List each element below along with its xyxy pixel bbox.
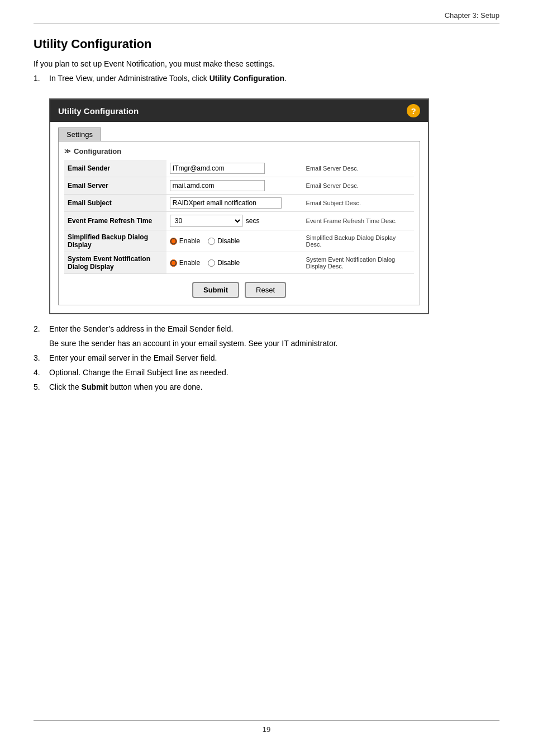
field-desc-email-subject: Email Subject Desc. — [303, 195, 414, 212]
step-5-num: 5. — [34, 382, 49, 391]
config-header: ≫ Configuration — [64, 147, 414, 155]
email-subject-input[interactable] — [170, 197, 282, 209]
table-row: Simplified Backup Dialog Display Enable — [64, 230, 414, 252]
step-5-text: Click the Submit button when you are don… — [49, 382, 499, 391]
step-2-sub: Be sure the sender has an account in you… — [49, 339, 499, 348]
page-footer: 19 — [34, 720, 499, 734]
system-event-enable-radio-label[interactable]: Enable — [170, 259, 200, 267]
chapter-label: Chapter 3: Setup — [445, 11, 499, 20]
step-3: 3. Enter your email server in the Email … — [34, 353, 499, 362]
table-row: Event Frame Refresh Time 30 60 120 s — [64, 212, 414, 230]
page-title: Utility Configuration — [34, 37, 499, 51]
step-5-bold: Submit — [82, 382, 108, 391]
system-event-enable-radio[interactable] — [170, 259, 177, 267]
config-section: ≫ Configuration Email Sender Email Se — [58, 141, 420, 305]
field-desc-system-event: System Event Notification Dialog Display… — [303, 252, 414, 274]
field-label-refresh-time: Event Frame Refresh Time — [64, 212, 166, 230]
step-4: 4. Optional. Change the Email Subject li… — [34, 368, 499, 377]
config-table: Email Sender Email Server Desc. Email Se… — [64, 160, 414, 274]
refresh-time-select[interactable]: 30 60 120 — [170, 215, 242, 227]
step-1-bold: Utility Configuration — [210, 74, 285, 83]
utility-config-dialog: Utility Configuration ? Settings ≫ Confi… — [49, 98, 429, 314]
email-sender-input[interactable] — [170, 163, 265, 174]
help-button[interactable]: ? — [407, 104, 420, 117]
disable-label: Disable — [217, 237, 240, 245]
intro-text: If you plan to set up Event Notification… — [34, 59, 499, 68]
step-2: 2. Enter the Sender’s address in the Ema… — [34, 324, 499, 333]
disable-label-2: Disable — [217, 259, 240, 267]
step-2-num: 2. — [34, 324, 49, 333]
secs-label: secs — [246, 217, 260, 225]
field-value-email-subject[interactable] — [166, 195, 303, 212]
step-5: 5. Click the Submit button when you are … — [34, 382, 499, 391]
step-4-num: 4. — [34, 368, 49, 377]
reset-button[interactable]: Reset — [245, 282, 286, 298]
field-desc-refresh-time: Event Frame Refresh Time Desc. — [303, 212, 414, 230]
email-server-input[interactable] — [170, 180, 265, 191]
step-3-num: 3. — [34, 353, 49, 362]
config-header-label: Configuration — [74, 147, 121, 155]
settings-tab[interactable]: Settings — [58, 127, 101, 141]
field-label-email-server: Email Server — [64, 177, 166, 195]
step-1: 1. In Tree View, under Administrative To… — [34, 74, 499, 83]
field-label-system-event: System Event Notification Dialog Display — [64, 252, 166, 274]
collapse-icon: ≫ — [64, 148, 71, 155]
field-value-refresh-time[interactable]: 30 60 120 secs — [166, 212, 303, 230]
field-label-email-sender: Email Sender — [64, 160, 166, 177]
field-label-email-subject: Email Subject — [64, 195, 166, 212]
dialog-title-bar: Utility Configuration ? — [50, 100, 428, 122]
enable-radio-label[interactable]: Enable — [170, 237, 200, 245]
step-3-text: Enter your email server in the Email Ser… — [49, 353, 499, 362]
step-1-num: 1. — [34, 74, 49, 83]
submit-button[interactable]: Submit — [192, 282, 239, 298]
step-2-text: Enter the Sender’s address in the Email … — [49, 324, 499, 333]
field-desc-simplified-backup: Simplified Backup Dialog Display Desc. — [303, 230, 414, 252]
simplified-backup-disable-radio[interactable] — [208, 238, 215, 245]
table-row: Email Server Email Server Desc. — [64, 177, 414, 195]
system-event-disable-radio-label[interactable]: Disable — [208, 259, 240, 267]
field-value-system-event[interactable]: Enable Disable — [166, 252, 303, 274]
disable-radio-label[interactable]: Disable — [208, 237, 240, 245]
dialog-body: Settings ≫ Configuration Email Sender — [50, 122, 428, 313]
step-4-text: Optional. Change the Email Subject line … — [49, 368, 499, 377]
enable-label-2: Enable — [179, 259, 200, 267]
table-row: Email Sender Email Server Desc. — [64, 160, 414, 177]
chapter-header: Chapter 3: Setup — [34, 11, 499, 23]
dialog-wrapper: Utility Configuration ? Settings ≫ Confi… — [49, 98, 499, 314]
table-row: Email Subject Email Subject Desc. — [64, 195, 414, 212]
field-label-simplified-backup: Simplified Backup Dialog Display — [64, 230, 166, 252]
field-value-email-server[interactable] — [166, 177, 303, 195]
field-value-simplified-backup[interactable]: Enable Disable — [166, 230, 303, 252]
enable-label: Enable — [179, 237, 200, 245]
table-row: System Event Notification Dialog Display… — [64, 252, 414, 274]
page-number: 19 — [263, 725, 270, 734]
field-desc-email-server: Email Server Desc. — [303, 177, 414, 195]
simplified-backup-enable-radio[interactable] — [170, 238, 177, 245]
field-value-email-sender[interactable] — [166, 160, 303, 177]
dialog-title: Utility Configuration — [58, 106, 139, 116]
field-desc-email-sender: Email Server Desc. — [303, 160, 414, 177]
system-event-disable-radio[interactable] — [208, 259, 215, 267]
step-1-text: In Tree View, under Administrative Tools… — [49, 74, 499, 83]
dialog-actions: Submit Reset — [64, 282, 414, 298]
